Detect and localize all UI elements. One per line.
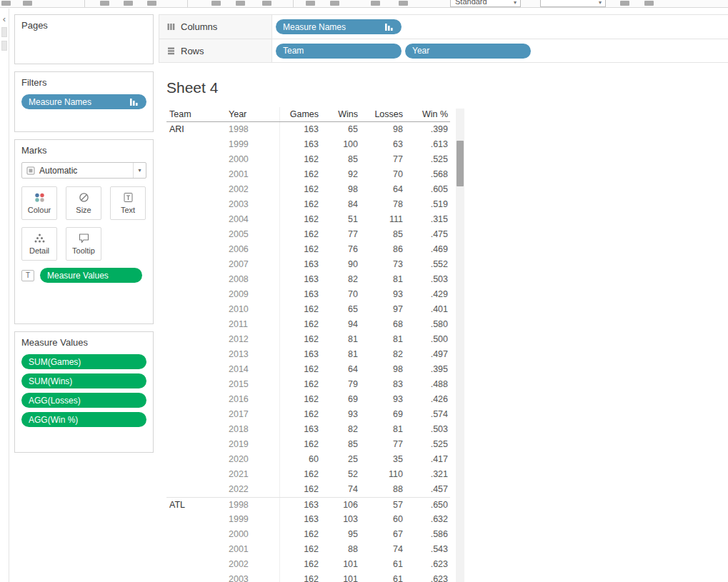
cell-team[interactable] xyxy=(166,542,226,557)
cell-wins[interactable]: 82 xyxy=(321,422,360,437)
cell-year[interactable]: 2018 xyxy=(226,422,280,437)
cell-year[interactable]: 2016 xyxy=(226,392,280,407)
cell-losses[interactable]: 81 xyxy=(360,422,405,437)
toolbar-icon[interactable] xyxy=(262,1,271,6)
cell-winpct[interactable]: .401 xyxy=(405,302,450,317)
column-header-year[interactable]: Year xyxy=(226,107,280,121)
cell-team[interactable]: ARI xyxy=(166,122,226,137)
toolbar-icon[interactable] xyxy=(100,1,109,6)
cell-games[interactable]: 163 xyxy=(280,347,321,362)
cell-wins[interactable]: 93 xyxy=(321,407,360,422)
cell-losses[interactable]: 81 xyxy=(360,272,405,287)
marks-pill-measure-values[interactable]: Measure Values xyxy=(40,268,142,283)
vertical-scrollbar[interactable] xyxy=(456,109,464,582)
mark-type-dropdown[interactable]: Automatic ▾ xyxy=(21,162,146,179)
cell-losses[interactable]: 86 xyxy=(360,242,405,257)
cell-team[interactable] xyxy=(166,182,226,197)
cell-losses[interactable]: 73 xyxy=(360,257,405,272)
cell-year[interactable]: 2000 xyxy=(226,152,280,167)
cell-winpct[interactable]: .417 xyxy=(405,452,450,467)
cell-games[interactable]: 162 xyxy=(280,572,321,582)
cell-losses[interactable]: 98 xyxy=(360,362,405,377)
cell-wins[interactable]: 106 xyxy=(321,498,360,512)
cell-losses[interactable]: 81 xyxy=(360,332,405,347)
toolbar-icon[interactable] xyxy=(147,1,156,6)
cell-games[interactable]: 162 xyxy=(280,392,321,407)
cell-games[interactable]: 162 xyxy=(280,467,321,482)
toolbar-icon[interactable] xyxy=(330,1,339,6)
cell-year[interactable]: 2005 xyxy=(226,227,280,242)
colour-button[interactable]: Colour xyxy=(21,186,57,220)
cell-wins[interactable]: 65 xyxy=(321,122,360,137)
detail-button[interactable]: Detail xyxy=(21,227,57,261)
cell-losses[interactable]: 64 xyxy=(360,182,405,197)
cell-games[interactable]: 163 xyxy=(280,122,321,137)
measure-pill-agg-losses[interactable]: AGG(Losses) xyxy=(21,393,146,408)
cell-losses[interactable]: 61 xyxy=(360,557,405,572)
cell-wins[interactable]: 101 xyxy=(321,557,360,572)
cell-year[interactable]: 2011 xyxy=(226,317,280,332)
cell-games[interactable]: 163 xyxy=(280,257,321,272)
pages-shelf[interactable]: Pages xyxy=(14,14,154,64)
cell-winpct[interactable]: .488 xyxy=(405,377,450,392)
cell-wins[interactable]: 70 xyxy=(321,287,360,302)
cell-wins[interactable]: 79 xyxy=(321,377,360,392)
cell-losses[interactable]: 88 xyxy=(360,482,405,497)
cell-games[interactable]: 162 xyxy=(280,182,321,197)
cell-losses[interactable]: 85 xyxy=(360,227,405,242)
cell-losses[interactable]: 83 xyxy=(360,377,405,392)
cell-team[interactable] xyxy=(166,137,226,152)
cell-year[interactable]: 1999 xyxy=(226,512,280,527)
cell-year[interactable]: 2017 xyxy=(226,407,280,422)
cell-losses[interactable]: 93 xyxy=(360,392,405,407)
cell-team[interactable] xyxy=(166,317,226,332)
column-header-games[interactable]: Games xyxy=(280,107,321,121)
cell-year[interactable]: 2021 xyxy=(226,467,280,482)
toolbar-icon[interactable] xyxy=(236,1,245,6)
column-header-winpct[interactable]: Win % xyxy=(405,107,450,121)
measure-pill-sum-games[interactable]: SUM(Games) xyxy=(21,354,146,369)
toolbar-icon[interactable] xyxy=(399,1,408,6)
cell-team[interactable] xyxy=(166,167,226,182)
cell-year[interactable]: 2022 xyxy=(226,482,280,497)
cell-games[interactable]: 162 xyxy=(280,527,321,542)
cell-year[interactable]: 2019 xyxy=(226,437,280,452)
cell-winpct[interactable]: .574 xyxy=(405,407,450,422)
scrollbar-thumb[interactable] xyxy=(457,141,464,186)
column-header-losses[interactable]: Losses xyxy=(360,107,405,121)
cell-winpct[interactable]: .503 xyxy=(405,422,450,437)
cell-winpct[interactable]: .399 xyxy=(405,122,450,137)
cell-wins[interactable]: 81 xyxy=(321,332,360,347)
cell-team[interactable] xyxy=(166,437,226,452)
collapse-sidebar-icon[interactable]: ‹ xyxy=(3,15,6,24)
cell-winpct[interactable]: .497 xyxy=(405,347,450,362)
cell-losses[interactable]: 60 xyxy=(360,512,405,527)
cell-losses[interactable]: 61 xyxy=(360,572,405,582)
columns-pill-measure-names[interactable]: Measure Names xyxy=(276,19,402,34)
cell-team[interactable] xyxy=(166,362,226,377)
cell-year[interactable]: 2006 xyxy=(226,242,280,257)
cell-year[interactable]: 2010 xyxy=(226,302,280,317)
cell-winpct[interactable]: .632 xyxy=(405,512,450,527)
cell-year[interactable]: 2001 xyxy=(226,542,280,557)
cell-team[interactable] xyxy=(166,287,226,302)
cell-team[interactable] xyxy=(166,212,226,227)
cell-games[interactable]: 162 xyxy=(280,437,321,452)
tooltip-button[interactable]: Tooltip xyxy=(66,227,101,261)
toolbar-icon[interactable] xyxy=(306,1,315,6)
cell-wins[interactable]: 51 xyxy=(321,212,360,227)
cell-losses[interactable]: 57 xyxy=(360,498,405,512)
cell-winpct[interactable]: .586 xyxy=(405,527,450,542)
cell-year[interactable]: 2004 xyxy=(226,212,280,227)
cell-year[interactable]: 2001 xyxy=(226,167,280,182)
cell-team[interactable] xyxy=(166,272,226,287)
toolbar-icon[interactable] xyxy=(124,1,133,6)
cell-winpct[interactable]: .315 xyxy=(405,212,450,227)
cell-games[interactable]: 162 xyxy=(280,317,321,332)
cell-team[interactable] xyxy=(166,467,226,482)
cell-wins[interactable]: 100 xyxy=(321,137,360,152)
toolbar-icon[interactable] xyxy=(23,1,32,6)
cell-winpct[interactable]: .395 xyxy=(405,362,450,377)
cell-wins[interactable]: 103 xyxy=(321,512,360,527)
cell-winpct[interactable]: .613 xyxy=(405,137,450,152)
